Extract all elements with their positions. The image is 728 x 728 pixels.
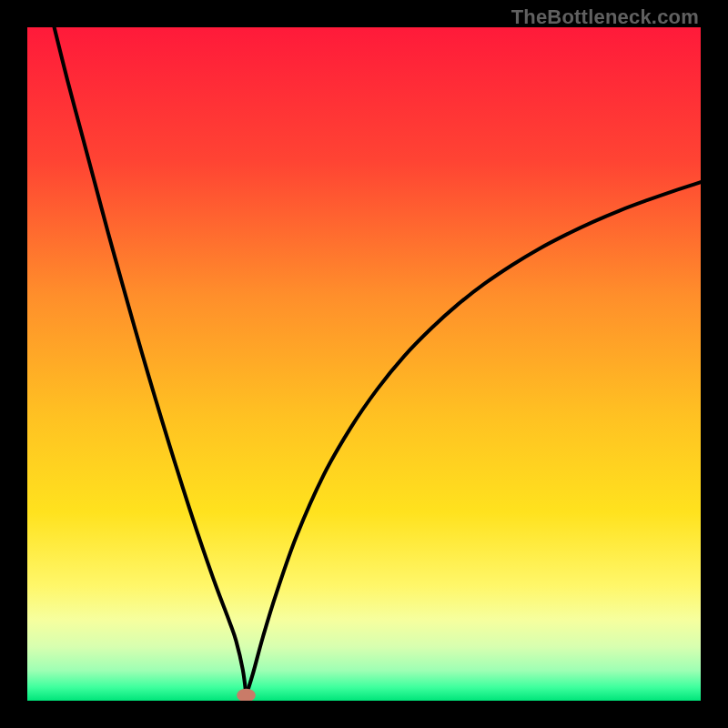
curve-left-branch xyxy=(55,27,247,695)
curve-right-branch xyxy=(247,182,702,695)
plot-area xyxy=(27,27,701,701)
bottleneck-curve xyxy=(27,27,701,701)
optimal-marker xyxy=(237,689,256,701)
watermark-text: TheBottleneck.com xyxy=(511,5,699,29)
chart-frame: TheBottleneck.com xyxy=(0,0,728,728)
